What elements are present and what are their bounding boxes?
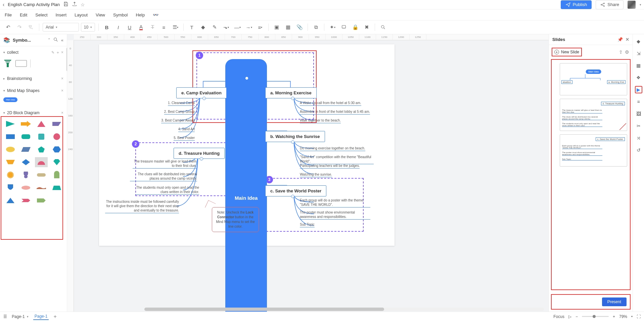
export-icon[interactable]: ⇲ <box>635 50 642 57</box>
focus-label[interactable]: Focus <box>553 314 564 319</box>
shape-rect[interactable] <box>4 132 17 142</box>
theme-icon[interactable]: ◆ <box>635 38 642 45</box>
zoom-slider-thumb[interactable] <box>593 315 596 318</box>
menu-insert[interactable]: Insert <box>56 12 67 17</box>
menu-symbol[interactable]: Symbol <box>113 12 128 17</box>
zoom-in-icon[interactable]: + <box>613 314 615 319</box>
shape-parallelogram[interactable] <box>19 144 32 154</box>
collapse-icon[interactable]: − <box>245 77 248 80</box>
attach-icon[interactable]: 📎 <box>295 22 304 32</box>
section-2d-block[interactable]: ▾ 2D Block Diagram × <box>3 109 63 117</box>
export-icon[interactable] <box>72 1 77 8</box>
avatar[interactable] <box>628 1 636 9</box>
pin-icon[interactable]: 📌 <box>617 37 623 42</box>
page-combo[interactable]: Page-1 ▾ <box>12 314 29 319</box>
shape-hexagon[interactable] <box>50 144 63 154</box>
chevron-up-icon[interactable]: ˄ <box>48 38 50 43</box>
leaf-node[interactable]: 2. Best Camp Group <box>124 109 195 114</box>
shape-trapezoid2[interactable] <box>50 183 63 193</box>
shape-square[interactable] <box>35 132 48 142</box>
collapse-icon[interactable]: − <box>291 140 294 144</box>
underline-icon[interactable]: U <box>125 22 134 32</box>
clear-format-icon[interactable]: T̶ <box>148 22 157 32</box>
line-spacing-icon[interactable]: ☰▾ <box>171 22 180 32</box>
collapse-icon[interactable]: − <box>202 97 206 100</box>
shape-diamond[interactable] <box>19 157 32 167</box>
undo-icon[interactable]: ↶ <box>3 22 13 32</box>
funnel-shape-icon[interactable] <box>3 59 12 68</box>
shape-wave[interactable] <box>35 183 48 193</box>
eraser-icon[interactable] <box>339 22 349 32</box>
shape-flag[interactable] <box>50 119 63 129</box>
add-section-icon[interactable]: + <box>56 50 59 55</box>
collapse-icon[interactable]: « <box>61 38 63 43</box>
close-section-icon[interactable]: × <box>61 110 63 115</box>
section-brainstorming[interactable]: ▸ Brainstorming × <box>3 75 63 83</box>
leaf-node[interactable]: 5. Best Poster <box>124 136 195 141</box>
shape-arch[interactable] <box>50 170 63 180</box>
shape-arrow[interactable] <box>19 119 32 129</box>
shape-vase[interactable] <box>19 170 32 180</box>
node-branch-d[interactable]: d. Treasure Hunting <box>174 148 225 159</box>
leaf-node[interactable]: "Sand Art" competition with the theme "B… <box>300 155 374 164</box>
presentation-icon[interactable]: ▶ <box>635 86 642 93</box>
menu-view[interactable]: View <box>96 12 105 17</box>
search-icon[interactable] <box>378 22 388 32</box>
shape-circle[interactable] <box>50 132 63 142</box>
arrow-line-icon[interactable]: →▾ <box>244 22 254 32</box>
present-button[interactable]: Present <box>602 297 627 306</box>
shape-blob[interactable] <box>19 183 32 193</box>
fullscreen-icon[interactable]: ⛶ <box>637 314 641 319</box>
add-page-icon[interactable]: + <box>53 314 56 320</box>
slide-thumb[interactable]: Main Ideaaluationa. Morning Exe <box>560 63 627 95</box>
shape-gem[interactable] <box>50 157 63 167</box>
node-branch-e[interactable]: e. Camp Evaluation <box>176 87 227 98</box>
shape-shield[interactable] <box>4 183 17 193</box>
canvas[interactable]: 2503003504004505005506006507007508008509… <box>67 34 549 312</box>
leaf-node[interactable]: The clues will be distributed into sever… <box>130 172 197 181</box>
share-slide-icon[interactable]: ⇪ <box>619 49 623 55</box>
table-icon[interactable]: ▦ <box>283 22 293 32</box>
slide-thumb[interactable]: d. Treasure HuntingThe treasure master w… <box>560 99 627 131</box>
menu-file[interactable]: File <box>5 12 12 17</box>
close-section-icon[interactable]: × <box>61 76 63 81</box>
section-collect[interactable]: ▾ collect ✎ + × <box>3 48 63 56</box>
history-icon[interactable]: ↺ <box>635 146 642 154</box>
node-main-idea[interactable]: Main Idea <box>225 59 267 312</box>
menu-layout[interactable]: Layout <box>75 12 88 17</box>
shape-triangle-up[interactable] <box>35 119 48 129</box>
shape-ellipse[interactable] <box>4 144 17 154</box>
image-icon[interactable]: 🖼 <box>635 110 642 118</box>
leaf-node[interactable]: The instructions inside must be followed… <box>105 199 179 213</box>
line-weight-icon[interactable]: ≡▾ <box>256 22 265 32</box>
library-icon[interactable]: 📚 <box>3 37 10 43</box>
back-icon[interactable]: ‹ <box>3 2 4 8</box>
grid-icon[interactable]: ▦ <box>635 62 642 69</box>
leaf-node[interactable]: The poster must show environmental aware… <box>300 210 370 220</box>
leaf-node[interactable]: The treasure master will give or lead th… <box>133 159 196 169</box>
tools-icon[interactable]: ✖ <box>362 22 371 32</box>
lock-icon[interactable]: 🔒 <box>351 22 360 32</box>
zoom-slider[interactable] <box>582 316 609 317</box>
view-mode-icon[interactable]: 👓 <box>153 12 158 17</box>
shape-roundrect[interactable] <box>19 132 32 142</box>
avatar-chevron-icon[interactable]: ▾ <box>640 3 641 6</box>
font-size-combo[interactable]: 10 ▾ <box>81 23 95 32</box>
shape-half-circle[interactable] <box>35 157 48 167</box>
data-icon[interactable]: ≡ <box>635 98 642 105</box>
font-combo[interactable]: Arial ▾ <box>43 23 79 32</box>
format-painter-icon[interactable] <box>26 22 36 32</box>
new-slide-button[interactable]: + New Slide <box>552 48 582 56</box>
edit-section-icon[interactable]: ✎ <box>51 50 54 55</box>
page-tab[interactable]: Page-1 <box>33 313 49 320</box>
star-icon[interactable]: ☆ <box>81 2 85 7</box>
align-icon[interactable]: ≡ <box>159 22 169 32</box>
search-icon[interactable] <box>53 37 58 43</box>
connector-icon[interactable]: ⬎▾ <box>221 22 231 32</box>
menu-help[interactable]: Help <box>136 12 145 17</box>
shuffle-icon[interactable]: ⤭ <box>635 134 642 142</box>
redo-icon[interactable]: ↷ <box>15 22 24 32</box>
image-icon[interactable]: ▣ <box>272 22 281 32</box>
leaf-node[interactable]: Walk together to the beach. <box>300 118 374 123</box>
collapse-icon[interactable]: − <box>200 157 203 160</box>
